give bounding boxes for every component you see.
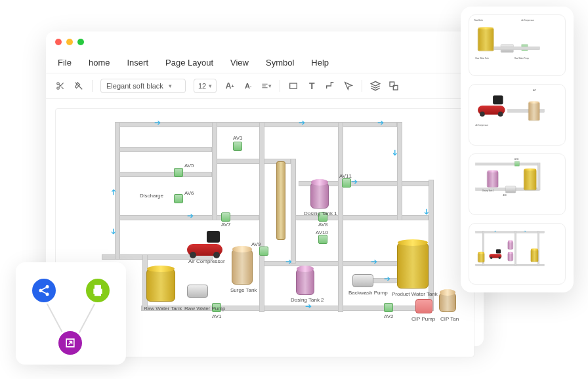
- cip-tank[interactable]: [439, 292, 456, 312]
- thumb-label: AV8: [503, 194, 507, 196]
- valve-av9[interactable]: [259, 247, 268, 256]
- chevron-down-icon: ▾: [268, 83, 272, 89]
- svg-point-1: [57, 87, 60, 90]
- pipe: [291, 159, 296, 264]
- connector-line: [45, 300, 64, 336]
- flow-arrow-icon: ➔: [154, 118, 161, 127]
- label-av6: AV6: [184, 190, 194, 196]
- label-raw-water-pump: Raw Water Pump: [184, 306, 225, 311]
- template-thumb-3[interactable]: AV11 Dosing Tank 1 AV8: [469, 153, 566, 215]
- template-thumb-2[interactable]: AV7 Air Compressor: [469, 84, 566, 146]
- decrease-font-icon[interactable]: A-: [243, 81, 253, 91]
- menu-view[interactable]: View: [230, 58, 249, 68]
- label-av9: AV9: [251, 241, 261, 247]
- label-av8: AV8: [318, 222, 328, 228]
- flow-arrow-icon: ➔: [390, 150, 400, 156]
- print-button[interactable]: [84, 277, 112, 304]
- menu-file[interactable]: File: [58, 58, 72, 68]
- label-backwash: Backwash Pump: [348, 290, 388, 296]
- raw-water-pump[interactable]: [187, 285, 208, 298]
- air-compressor[interactable]: [187, 231, 222, 256]
- pipe: [115, 147, 212, 152]
- menu-help[interactable]: Help: [311, 58, 329, 68]
- valve-av2[interactable]: [384, 303, 393, 312]
- filter-column[interactable]: [276, 161, 285, 240]
- thumb-label: Air Compressor: [476, 124, 488, 126]
- raw-water-tank[interactable]: [146, 269, 175, 302]
- template-thumb-4[interactable]: ➔ ➔: [469, 223, 566, 285]
- print-icon: [91, 284, 104, 297]
- flow-arrow-icon: ➔: [351, 177, 358, 186]
- svg-point-13: [39, 289, 43, 292]
- surge-tank[interactable]: [232, 249, 253, 285]
- chevron-down-icon: ▾: [169, 83, 172, 89]
- thumb-label: Raw Water: [474, 20, 483, 22]
- share-button[interactable]: [30, 277, 58, 304]
- thumb-label: AV7: [533, 89, 536, 91]
- flow-arrow-icon: ➔: [384, 274, 390, 283]
- window-close-dot[interactable]: [55, 39, 62, 45]
- thumb-label: Raw Water Pump: [514, 58, 529, 60]
- font-selector[interactable]: Elegant soft black▾: [100, 79, 186, 93]
- thumb-label: Air Compressor: [522, 20, 534, 22]
- label-product-tank: Product Water Tank: [392, 291, 438, 297]
- menu-symbol[interactable]: Symbol: [266, 58, 294, 68]
- label-raw-water-tank: Raw Water Tank: [144, 306, 182, 311]
- label-dosing-1: Dosing Tank 1: [304, 210, 337, 216]
- cut-icon[interactable]: [55, 81, 66, 91]
- thumb-label: Raw Water Tank: [476, 58, 489, 60]
- valve-av7[interactable]: [221, 212, 230, 222]
- backwash-pump[interactable]: [352, 274, 373, 287]
- valve-av11[interactable]: [342, 178, 351, 188]
- increase-font-icon[interactable]: A+: [224, 81, 235, 91]
- svg-point-14: [46, 292, 49, 296]
- pipe: [259, 122, 264, 312]
- valve-av5[interactable]: [174, 168, 183, 177]
- toolbar-divider: [362, 80, 362, 92]
- pipe: [338, 122, 343, 312]
- product-water-tank[interactable]: [397, 243, 429, 289]
- menu-insert[interactable]: Insert: [127, 58, 148, 68]
- label-av3: AV3: [233, 135, 243, 141]
- flow-arrow-icon: ➔: [109, 228, 118, 235]
- text-tool-icon[interactable]: T: [306, 81, 317, 91]
- open-button[interactable]: [56, 329, 84, 357]
- connector-tool-icon[interactable]: [325, 81, 335, 91]
- group-icon[interactable]: [388, 81, 399, 91]
- toolbar-divider: [92, 80, 93, 92]
- template-thumb-1[interactable]: Raw Water Air Compressor Raw Water Tank …: [469, 14, 566, 76]
- rectangle-tool-icon[interactable]: [288, 81, 299, 91]
- font-size-selector[interactable]: 12▾: [194, 79, 217, 93]
- valve-av3[interactable]: [233, 142, 242, 151]
- format-painter-icon[interactable]: [74, 81, 84, 91]
- flow-arrow-icon: ➔: [377, 118, 384, 127]
- svg-rect-8: [290, 83, 297, 89]
- window-minimize-dot[interactable]: [66, 39, 73, 45]
- dosing-tank-1[interactable]: [310, 182, 329, 209]
- thumb-label: Dosing Tank 1: [482, 190, 494, 192]
- flow-arrow-icon: ➔: [285, 257, 292, 266]
- share-icon: [37, 284, 51, 297]
- svg-point-0: [57, 83, 60, 85]
- share-card: [16, 262, 126, 365]
- label-discharge: Discharge: [140, 193, 163, 199]
- label-dosing-2: Dosing Tank 2: [291, 297, 324, 303]
- window-maximize-dot[interactable]: [77, 39, 84, 45]
- dosing-tank-2[interactable]: [296, 269, 314, 295]
- menu-page-layout[interactable]: Page Layout: [165, 58, 213, 68]
- pipe: [212, 122, 217, 220]
- align-icon[interactable]: ▾: [261, 81, 272, 91]
- cip-pump[interactable]: [415, 299, 432, 313]
- label-cip-tank: CIP Tan: [440, 316, 459, 322]
- pointer-tool-icon[interactable]: [343, 81, 354, 91]
- font-name: Elegant soft black: [106, 82, 163, 90]
- thumb-label: AV11: [514, 159, 519, 161]
- font-size: 12: [198, 82, 206, 90]
- menubar: File home Insert Page Layout View Symbol…: [46, 52, 484, 73]
- valve-av10[interactable]: [318, 235, 327, 244]
- label-av7: AV7: [221, 222, 231, 228]
- layers-icon[interactable]: [370, 81, 381, 91]
- menu-home[interactable]: home: [89, 58, 110, 68]
- toolbar-divider: [280, 80, 280, 92]
- valve-av6[interactable]: [174, 194, 183, 203]
